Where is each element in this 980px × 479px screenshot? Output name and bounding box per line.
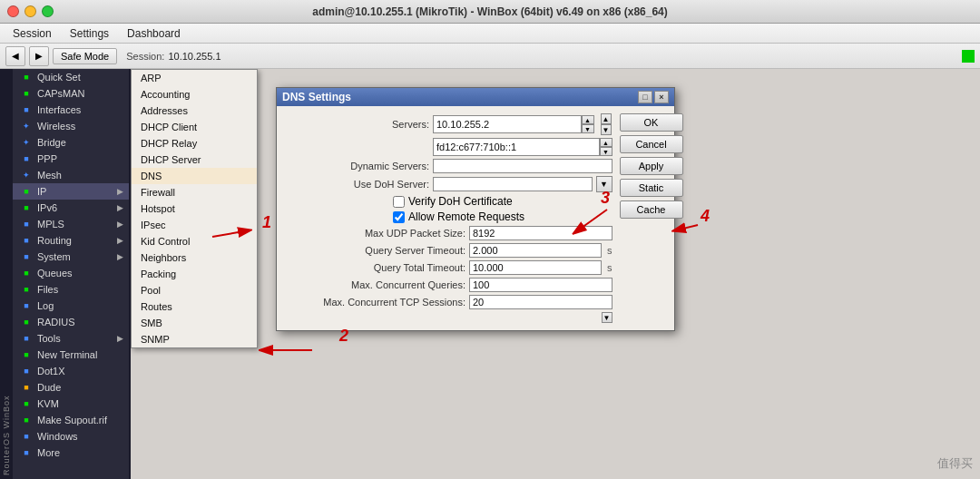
sidebar-item-radius[interactable]: ■ RADIUS [13,314,129,330]
apply-button[interactable]: Apply [620,157,683,175]
sidebar-item-system[interactable]: ■ System ▶ [13,249,129,265]
servers-down-2[interactable]: ▼ [600,147,612,156]
sidebar-item-log[interactable]: ■ Log [13,298,129,314]
sidebar-item-mesh[interactable]: ✦ Mesh [13,167,129,183]
sidebar-item-more[interactable]: ■ More [13,445,129,461]
sidebar-item-queues[interactable]: ■ Queues [13,265,129,281]
menu-bar: Session Settings Dashboard [0,24,980,44]
submenu-kid-control[interactable]: Kid Control [132,233,257,249]
routing-arrow: ▶ [117,236,123,245]
submenu-neighbors[interactable]: Neighbors [132,249,257,266]
doh-server-input[interactable] [433,177,593,191]
submenu-arp[interactable]: ARP [132,70,257,86]
allow-remote-checkbox[interactable] [393,211,405,223]
forward-button[interactable]: ▶ [29,46,49,66]
submenu-routes[interactable]: Routes [132,298,257,315]
files-icon: ■ [20,285,33,294]
routing-icon: ■ [20,236,33,245]
ipv6-icon: ■ [20,203,33,212]
dialog-titlebar: DNS Settings □ × [277,88,674,106]
submenu-smb[interactable]: SMB [132,315,257,331]
close-button[interactable] [7,5,19,17]
max-udp-input[interactable] [469,226,612,240]
static-button[interactable]: Static [620,179,683,197]
sidebar-item-interfaces[interactable]: ■ Interfaces [13,102,129,118]
query-server-timeout-input[interactable] [469,243,602,258]
max-concurrent-queries-input[interactable] [469,278,612,292]
query-server-timeout-row: Query Server Timeout: s [284,243,612,258]
submenu-dhcp-client[interactable]: DHCP Client [132,119,257,135]
submenu-dhcp-server[interactable]: DHCP Server [132,152,257,168]
submenu-dns[interactable]: DNS [132,168,257,184]
sidebar-item-ip[interactable]: ■ IP ▶ [13,183,129,200]
sidebar-item-tools[interactable]: ■ Tools ▶ [13,330,129,347]
sidebar-item-dot1x[interactable]: ■ Dot1X [13,363,129,379]
menu-session[interactable]: Session [4,25,61,42]
window-controls[interactable] [7,5,54,17]
servers-up-2[interactable]: ▲ [600,138,612,147]
maximize-button[interactable] [42,5,54,17]
submenu-snmp[interactable]: SNMP [132,331,257,347]
sidebar-item-files[interactable]: ■ Files [13,281,129,298]
menu-dashboard[interactable]: Dashboard [118,25,190,42]
sidebar-label-wireless: Wireless [37,121,75,132]
sidebar-label-windows: Windows [37,431,78,442]
cache-button[interactable]: Cache [620,200,683,219]
submenu-dhcp-relay[interactable]: DHCP Relay [132,135,257,152]
verify-doh-row: Verify DoH Certificate [284,195,612,208]
submenu-addresses[interactable]: Addresses [132,103,257,119]
submenu-hotspot[interactable]: Hotspot [132,200,257,217]
safe-mode-button[interactable]: Safe Mode [53,48,117,64]
sidebar-item-windows[interactable]: ■ Windows [13,428,129,445]
cancel-button[interactable]: Cancel [620,135,683,153]
ok-button[interactable]: OK [620,113,683,132]
submenu-firewall[interactable]: Firewall [132,184,257,200]
submenu-accounting[interactable]: Accounting [132,86,257,103]
sidebar-label-ip: IP [37,186,46,197]
content-area: ARP Accounting Addresses DHCP Client DHC… [131,69,980,479]
sidebar-item-kvm[interactable]: ■ KVM [13,396,129,412]
submenu-ipsec[interactable]: IPsec [132,217,257,233]
sidebar-item-new-terminal[interactable]: ■ New Terminal [13,347,129,363]
sidebar-item-capsman[interactable]: ■ CAPsMAN [13,85,129,102]
sidebar-item-quick-set[interactable]: ■ Quick Set [13,69,129,85]
dialog-close-button[interactable]: × [654,91,669,103]
submenu-pool[interactable]: Pool [132,282,257,298]
sidebar-item-dude[interactable]: ■ Dude [13,379,129,396]
servers-up-1[interactable]: ▲ [582,115,594,124]
verify-doh-checkbox[interactable] [393,196,405,208]
form-scroll-down[interactable]: ▼ [602,312,612,323]
dynamic-servers-input[interactable] [433,159,612,173]
servers-down-1[interactable]: ▼ [582,124,594,133]
dialog-title-buttons[interactable]: □ × [638,91,669,103]
sidebar-item-wireless[interactable]: ✦ Wireless [13,118,129,134]
servers-input-group-2: ▲ ▼ [433,138,612,156]
servers-label: Servers: [284,119,429,130]
submenu-packing[interactable]: Packing [132,266,257,282]
sidebar: ■ Quick Set ■ CAPsMAN ■ Interfaces ✦ Wir… [13,69,131,479]
servers-input-1[interactable] [433,115,582,133]
back-button[interactable]: ◀ [5,46,25,66]
toolbar: ◀ ▶ Safe Mode Session: 10.10.255.1 [0,44,980,69]
scroll-down-1[interactable]: ▼ [601,124,612,135]
sidebar-item-ppp[interactable]: ■ PPP [13,151,129,167]
ip-arrow: ▶ [117,187,123,196]
sidebar-item-make-supout[interactable]: ■ Make Supout.rif [13,412,129,428]
dialog-action-buttons: OK Cancel Apply Static Cache [620,113,683,323]
sidebar-item-ipv6[interactable]: ■ IPv6 ▶ [13,200,129,216]
dialog-minimize-button[interactable]: □ [638,91,652,103]
sidebar-item-bridge[interactable]: ✦ Bridge [13,134,129,151]
max-concurrent-tcp-input[interactable] [469,295,612,309]
sidebar-label-dude: Dude [37,382,61,393]
doh-dropdown-btn[interactable]: ▼ [596,176,612,192]
servers-spinner-2: ▲ ▼ [600,138,612,156]
scroll-up-1[interactable]: ▲ [601,113,612,124]
menu-settings[interactable]: Settings [61,25,118,42]
sidebar-label-tools: Tools [37,333,61,344]
sidebar-label-mpls: MPLS [37,219,64,230]
sidebar-item-mpls[interactable]: ■ MPLS ▶ [13,216,129,232]
query-total-timeout-input[interactable] [469,260,602,275]
servers-input-2[interactable] [433,138,600,156]
minimize-button[interactable] [24,5,36,17]
sidebar-item-routing[interactable]: ■ Routing ▶ [13,232,129,249]
